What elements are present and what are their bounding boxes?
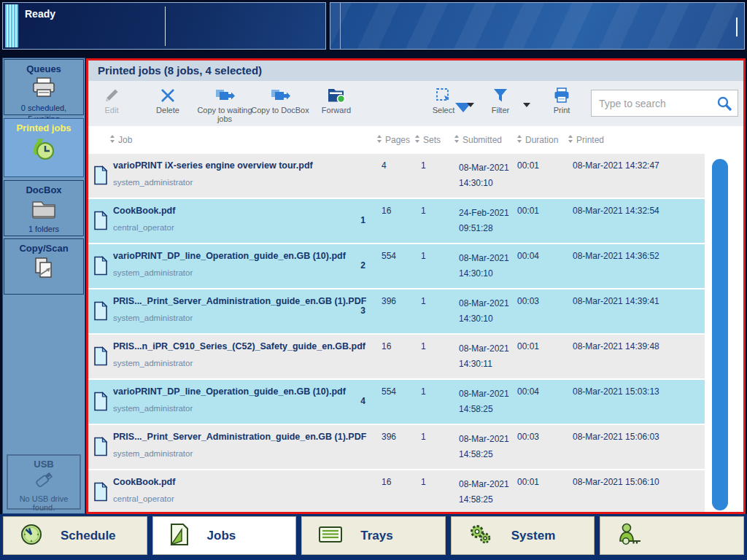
sidebar-item-queues[interactable]: Queues 0 scheduled, 5 waiting — [4, 59, 84, 115]
tab-system[interactable]: System — [451, 516, 595, 555]
document-icon — [93, 166, 108, 188]
job-printed-time: 08-Mar-2021 15:06:10 — [573, 477, 659, 487]
job-sets: 1 — [421, 251, 426, 261]
system-label: System — [511, 529, 555, 543]
column-header-submitted[interactable]: Submitted — [454, 135, 502, 145]
job-pages: 16 — [382, 477, 391, 487]
job-owner: system_administrator — [113, 359, 193, 368]
page-title: Printed jobs (8 jobs, 4 selected) — [88, 61, 743, 81]
document-icon — [93, 437, 108, 459]
job-owner: system_administrator — [113, 404, 193, 413]
filter-label: Filter — [492, 106, 509, 114]
edit-button[interactable]: Edit — [91, 86, 132, 114]
tab-jobs[interactable]: Jobs — [152, 516, 297, 555]
print-button[interactable]: Print — [543, 86, 580, 114]
filter-funnel-icon — [492, 86, 508, 104]
selection-order-badge: 1 — [345, 215, 365, 225]
job-sets: 1 — [421, 386, 426, 397]
job-submitted: 08-Mar-2021 14:30:10 — [459, 251, 509, 281]
filter-button[interactable]: Filter — [482, 86, 519, 114]
message-panel-divider — [340, 3, 341, 49]
job-duration: 00:01 — [517, 341, 539, 351]
column-header-sets[interactable]: Sets — [415, 135, 441, 145]
copy-to-docbox-button[interactable]: Copy to DocBox — [245, 86, 315, 114]
job-printed-time: 08-Mar-2021 15:03:13 — [573, 386, 659, 397]
tab-trays[interactable]: Trays — [301, 516, 446, 555]
tab-login[interactable] — [600, 516, 744, 555]
forward-button[interactable]: Forward — [313, 86, 360, 114]
job-pages: 554 — [382, 251, 396, 261]
job-name: varioPRINT_DP_line_Operation_guide_en.GB… — [113, 251, 346, 261]
printer-status-text: Ready — [25, 8, 55, 20]
select-button[interactable]: Select — [423, 86, 464, 114]
job-submitted: 08-Mar-2021 14:30:10 — [459, 160, 509, 191]
sidebar-item-copy-scan[interactable]: Copy/Scan — [4, 238, 84, 295]
selection-order-badge: 3 — [345, 306, 365, 316]
sidebar-item-docbox[interactable]: DocBox 1 folders — [4, 180, 84, 236]
search-box — [591, 90, 738, 117]
copyscan-label: Copy/Scan — [4, 243, 83, 254]
job-owner: central_operator — [113, 494, 174, 503]
select-dropdown-caret-icon[interactable] — [467, 103, 474, 107]
column-header-duration[interactable]: Duration — [517, 135, 558, 145]
job-name: CookBook.pdf — [113, 206, 175, 216]
job-pages: 396 — [382, 296, 396, 306]
bottom-tab-bar: Schedule Jobs Trays — [0, 514, 747, 560]
copy-icon — [214, 86, 235, 104]
sort-icon — [517, 135, 522, 143]
vertical-scrollbar[interactable] — [712, 159, 728, 510]
column-header-printed[interactable]: Printed — [568, 135, 604, 145]
job-owner: system_administrator — [113, 178, 193, 187]
folder-icon — [4, 198, 83, 222]
usb-icon — [8, 470, 80, 494]
column-header-job[interactable]: Job — [110, 135, 132, 145]
job-printed-time: 08-Mar-2021 14:39:41 — [573, 296, 659, 306]
schedule-clock-icon — [20, 523, 43, 549]
table-row[interactable]: PRIS..._Print_Server_Administration_guid… — [88, 425, 705, 469]
job-pages: 16 — [382, 206, 391, 216]
sidebar: Queues 0 scheduled, 5 waiting Printed jo… — [2, 58, 85, 514]
message-panel-tick — [736, 18, 738, 36]
trays-label: Trays — [360, 529, 392, 543]
table-row[interactable]: PRIS...n_iPR_C910_Series_(C52)_Safety_gu… — [88, 335, 705, 378]
history-clock-icon — [4, 136, 83, 166]
job-owner: system_administrator — [113, 449, 193, 458]
document-icon — [93, 301, 108, 324]
job-duration: 00:03 — [517, 296, 539, 306]
job-printed-time: 08-Mar-2021 14:36:52 — [573, 251, 659, 261]
table-row[interactable]: varioPRINT_DP_line_Operation_guide_en.GB… — [88, 380, 705, 424]
job-submitted: 08-Mar-2021 14:30:11 — [459, 341, 509, 372]
system-gears-icon — [468, 523, 494, 549]
job-printed-time: 08-Mar-2021 14:32:54 — [573, 206, 659, 216]
queues-label: Queues — [4, 63, 83, 74]
document-icon — [93, 211, 108, 233]
table-row[interactable]: varioPRINT_DP_line_Operation_guide_en.GB… — [88, 244, 705, 288]
trays-icon — [318, 525, 343, 547]
status-panel-divider — [165, 7, 166, 46]
job-submitted: 08-Mar-2021 14:58:25 — [459, 386, 509, 417]
table-row[interactable]: CookBook.pdf central_operator 16 1 08-Ma… — [88, 470, 705, 512]
table-row[interactable]: PRIS..._Print_Server_Administration_guid… — [88, 289, 705, 333]
search-icon[interactable] — [716, 96, 733, 116]
table-row[interactable]: CookBook.pdf central_operator 1 16 1 24-… — [88, 199, 705, 243]
filter-dropdown-caret-icon[interactable] — [523, 103, 530, 107]
table-row[interactable]: varioPRINT iX-series engine overview tou… — [88, 154, 705, 198]
column-header-pages[interactable]: Pages — [377, 135, 410, 145]
job-owner: central_operator — [113, 223, 174, 232]
tab-schedule[interactable]: Schedule — [3, 516, 147, 555]
sidebar-item-printed-jobs[interactable]: Printed jobs — [4, 118, 84, 177]
job-printed-time: 08-Mar-2021 15:06:03 — [573, 432, 659, 442]
copy-icon — [270, 86, 290, 104]
printed-jobs-label: Printed jobs — [4, 122, 83, 133]
delete-button[interactable]: Delete — [146, 86, 190, 114]
document-icon — [93, 346, 108, 369]
toolbar: Edit Delete Copy to waiting jobs — [88, 81, 743, 126]
job-sets: 1 — [421, 296, 426, 306]
jobs-document-icon — [169, 523, 190, 549]
printer-control-panel: { "status_bar": { "ready": "Ready" }, "s… — [0, 0, 747, 560]
status-stripe-indicator — [5, 4, 18, 47]
sidebar-item-usb[interactable]: USB No USB drive found. — [7, 454, 81, 510]
selection-order-badge: 2 — [345, 260, 365, 271]
docbox-label: DocBox — [4, 184, 83, 195]
job-submitted: 08-Mar-2021 14:30:10 — [459, 296, 509, 327]
